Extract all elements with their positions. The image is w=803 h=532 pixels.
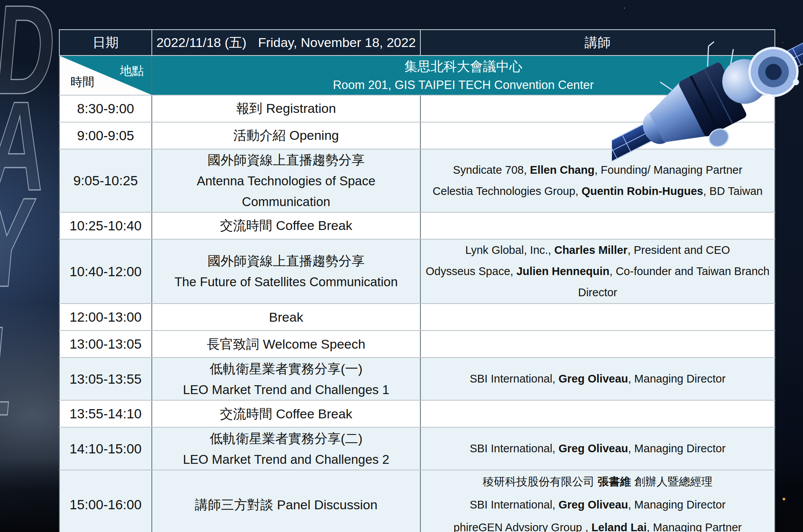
topic-cell: 報到 Registration [152, 95, 420, 122]
speaker-text: , Managing Director [628, 373, 726, 385]
date-label-cell: 日期 [59, 30, 152, 55]
speaker-text: Celestia Technologies Group, [433, 185, 581, 197]
speaker-text: Syndicate 708, [453, 164, 530, 176]
schedule-row-13:00-13:05: 13:00-13:05長官致詞 Welcome Speech [59, 331, 775, 357]
speaker-text: Odysseus Space, [426, 265, 516, 277]
satellite-image [612, 34, 803, 165]
topic-line: 國外師資線上直播趨勢分享 [152, 149, 420, 171]
speaker-text: 稜研科技股份有限公司 [483, 475, 598, 488]
topic-cell: 講師三方對談 Panel Discussion [152, 470, 420, 532]
topic-line: 交流時間 Coffee Break [152, 403, 420, 425]
corner-location-label: 地點 [120, 63, 144, 79]
speaker-text: , Managing Director [628, 442, 726, 455]
topic-cell: 長官致詞 Welcome Speech [152, 331, 420, 357]
topic-line: The Future of Satellites Communication [152, 272, 420, 292]
topic-line: 交流時間 Coffee Break [152, 215, 420, 236]
time-cell: 10:25-10:40 [59, 212, 152, 239]
speaker-cell: Lynk Global, Inc., Charles Miller, Presi… [420, 239, 775, 304]
time-cell: 9:05-10:25 [59, 149, 152, 212]
speaker-name: Greg Oliveau [558, 373, 628, 385]
schedule-row-10:40-12:00: 10:40-12:00國外師資線上直播趨勢分享The Future of Sat… [59, 239, 775, 304]
topic-line: 講師三方對談 Panel Discussion [152, 494, 420, 515]
time-cell: 12:00-13:00 [59, 304, 152, 331]
topic-cell: 低軌衛星業者實務分享(一)LEO Market Trend and Challe… [152, 357, 420, 400]
speaker-line: SBI International, Greg Oliveau, Managin… [421, 493, 774, 516]
speaker-line: 稜研科技股份有限公司 張書維 創辦人暨總經理 [421, 470, 774, 493]
date-label: 日期 [92, 35, 119, 50]
time-cell: 13:05-13:55 [59, 357, 152, 400]
date-value: 2022/11/18 (五) Friday, November 18, 2022 [156, 34, 416, 52]
speaker-name: Leland Lai [591, 521, 647, 532]
topic-cell: 國外師資線上直播趨勢分享The Future of Satellites Com… [152, 239, 420, 304]
time-cell: 10:40-12:00 [59, 239, 152, 304]
speaker-name: Quentin Robin-Hugues [581, 185, 703, 197]
time-cell: 15:00-16:00 [59, 470, 152, 532]
speaker-cell: SBI International, Greg Oliveau, Managin… [420, 427, 775, 470]
date-value-cell: 2022/11/18 (五) Friday, November 18, 2022 [152, 30, 420, 55]
schedule-row-12:00-13:00: 12:00-13:00Break [59, 304, 775, 331]
speaker-name: Greg Oliveau [558, 442, 628, 455]
speaker-cell: 稜研科技股份有限公司 張書維 創辦人暨總經理SBI International,… [420, 470, 775, 532]
speaker-name: Julien Hennequin [516, 265, 610, 277]
day-label-letter: Y [0, 194, 30, 290]
time-cell: 13:00-13:05 [59, 331, 152, 357]
speaker-cell: SBI International, Greg Oliveau, Managin… [420, 357, 775, 400]
speaker-cell [420, 400, 775, 427]
speaker-text: phireGEN Advsiory Group , [454, 521, 591, 532]
topic-line: 國外師資線上直播趨勢分享 [152, 250, 420, 272]
topic-cell: 交流時間 Coffee Break [152, 212, 420, 239]
speaker-cell [420, 212, 775, 239]
speaker-line: Celestia Technologies Group, Quentin Rob… [421, 181, 774, 202]
topic-line: 活動介紹 Opening [152, 125, 420, 146]
speaker-name: Greg Oliveau [558, 498, 628, 511]
speaker-line: phireGEN Advsiory Group , Leland Lai, Ma… [421, 516, 774, 532]
topic-cell: 國外師資線上直播趨勢分享Antenna Technologies of Spac… [152, 149, 420, 212]
speaker-text: Lynk Global, Inc., [465, 244, 554, 256]
time-cell: 13:55-14:10 [59, 400, 152, 427]
speaker-text: , Founding/ Managing Partner [595, 164, 743, 176]
topic-cell: 活動介紹 Opening [152, 122, 420, 149]
speaker-text: SBI International, [470, 442, 559, 455]
speaker-cell [420, 304, 775, 331]
corner-time-label: 時間 [71, 74, 94, 90]
speaker-name: 張書維 [598, 475, 631, 488]
speaker-line: Odysseus Space, Julien Hennequin, Co-fou… [421, 261, 774, 303]
time-cell: 8:30-9:00 [59, 95, 152, 122]
topic-line: LEO Market Trend and Challenges 2 [152, 449, 420, 470]
speaker-name: Charles Miller [554, 244, 627, 256]
schedule-row-13:05-13:55: 13:05-13:55低軌衛星業者實務分享(一)LEO Market Trend… [59, 357, 775, 400]
speaker-line: SBI International, Greg Oliveau, Managin… [421, 438, 774, 459]
time-cell: 14:10-15:00 [59, 427, 152, 470]
topic-line: 長官致詞 Welcome Speech [152, 334, 420, 355]
speaker-text: , Managing Director [628, 498, 726, 511]
speaker-text: , BD Taiwan [703, 185, 763, 197]
topic-cell: Break [152, 304, 420, 331]
speaker-text: 創辦人暨總經理 [631, 475, 712, 488]
topic-line: Antenna Technologies of Space Communicat… [152, 171, 420, 212]
star-field [624, 8, 625, 8]
topic-line: 低軌衛星業者實務分享(一) [152, 358, 420, 379]
speaker-line: SBI International, Greg Oliveau, Managin… [421, 368, 774, 389]
topic-cell: 交流時間 Coffee Break [152, 400, 420, 427]
topic-line: LEO Market Trend and Challenges 1 [152, 379, 420, 400]
topic-line: Break [152, 307, 420, 328]
speaker-text: , President and CEO [628, 244, 730, 256]
speaker-line: Lynk Global, Inc., Charles Miller, Presi… [421, 240, 774, 261]
schedule-row-14:10-15:00: 14:10-15:00低軌衛星業者實務分享(二)LEO Market Trend… [59, 427, 775, 470]
speaker-text: SBI International, [470, 498, 559, 511]
speaker-label: 講師 [585, 35, 611, 50]
schedule-row-13:55-14:10: 13:55-14:10交流時間 Coffee Break [59, 400, 775, 427]
time-cell: 9:00-9:05 [59, 122, 152, 149]
speaker-name: Ellen Chang [530, 164, 595, 176]
topic-line: 低軌衛星業者實務分享(二) [152, 428, 420, 449]
speaker-text: , Managing Partner [647, 521, 742, 532]
corner-cell: 地點 時間 [59, 55, 152, 95]
topic-line: 報到 Registration [152, 98, 420, 119]
speaker-text: SBI International, [470, 373, 559, 385]
schedule-row-15:00-16:00: 15:00-16:00講師三方對談 Panel Discussion稜研科技股份… [59, 470, 775, 532]
topic-cell: 低軌衛星業者實務分享(二)LEO Market Trend and Challe… [152, 427, 420, 470]
schedule-row-10:25-10:40: 10:25-10:40交流時間 Coffee Break [59, 212, 775, 239]
speaker-cell [420, 331, 775, 357]
